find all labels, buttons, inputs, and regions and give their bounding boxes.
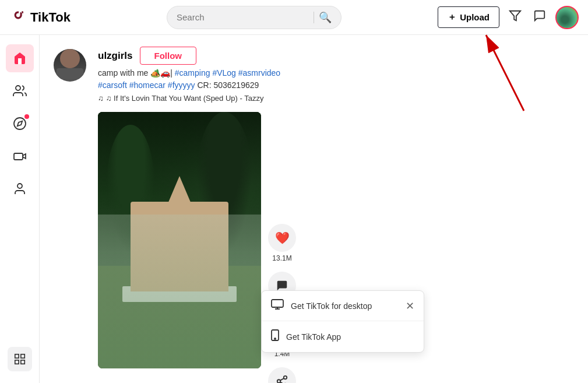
svg-rect-8 [20, 354, 24, 358]
popup-app-row[interactable]: Get TikTok App [262, 321, 424, 352]
popup-desktop-row: Get TikTok for desktop ✕ [262, 291, 424, 321]
explore-dot [24, 114, 29, 119]
follow-button[interactable]: Follow [140, 47, 197, 65]
svg-rect-7 [15, 354, 18, 358]
desc-text: camp with me 🏕️🚗| [98, 68, 175, 78]
header-left: TikTok [9, 7, 71, 27]
like-count: 13.1M [272, 254, 291, 262]
user-avatar-header[interactable] [555, 6, 579, 29]
music-icon: ♫ [98, 94, 104, 103]
music-text[interactable]: ♫ If It's Lovin That You Want (Sped Up) … [106, 94, 264, 103]
svg-rect-16 [272, 300, 283, 307]
sidebar [0, 35, 40, 383]
like-action: ❤️ 13.1M [268, 224, 296, 262]
like-button[interactable]: ❤️ [268, 224, 296, 252]
sidebar-item-live[interactable] [6, 142, 34, 170]
popup-desktop-text: Get TikTok for desktop [291, 301, 399, 311]
share-button[interactable] [268, 367, 296, 383]
credit-text: CR: 5036219629 [197, 80, 259, 90]
filter-icon-button[interactable] [506, 7, 524, 27]
desktop-popup: Get TikTok for desktop ✕ Get TikTok App [261, 290, 424, 353]
upload-label: Upload [460, 12, 490, 22]
search-bar: 🔍 [167, 6, 341, 29]
svg-line-15 [280, 378, 284, 381]
main-content: ulzgirls Follow camp with me 🏕️🚗| #campi… [40, 35, 588, 383]
popup-app-text: Get TikTok App [286, 332, 414, 342]
svg-marker-1 [510, 11, 520, 21]
svg-point-11 [284, 376, 287, 380]
plus-icon: ＋ [448, 12, 456, 23]
header: TikTok 🔍 ＋ Upload [0, 0, 588, 35]
hashtag-camping[interactable]: #camping [175, 68, 210, 78]
video-description: camp with me 🏕️🚗| #camping #VLog #asmrvi… [98, 67, 574, 92]
sidebar-bottom-icon[interactable] [8, 347, 32, 371]
svg-marker-4 [17, 121, 22, 126]
header-right: ＋ Upload [438, 6, 579, 29]
video-player[interactable] [98, 112, 261, 368]
sidebar-item-profile[interactable] [6, 175, 34, 203]
svg-rect-5 [14, 153, 23, 160]
hashtag-asmrvideo[interactable]: #asmrvideo [238, 68, 280, 78]
svg-point-3 [14, 118, 26, 129]
svg-rect-9 [15, 360, 18, 364]
hashtag-carsoft[interactable]: #carsoft [98, 80, 127, 90]
hashtag-fyyyyy[interactable]: #fyyyyy [168, 80, 195, 90]
desktop-icon [271, 299, 284, 312]
username-row: ulzgirls Follow [98, 47, 574, 65]
music-line: ♫ ♫ If It's Lovin That You Want (Sped Up… [98, 94, 574, 103]
svg-point-12 [277, 380, 281, 383]
svg-point-2 [16, 86, 20, 90]
popup-close-button[interactable]: ✕ [406, 300, 414, 312]
tiktok-logo-text: TikTok [30, 10, 71, 25]
user-avatar[interactable] [54, 49, 86, 82]
avatar-outline[interactable] [555, 6, 579, 29]
share-action [268, 367, 296, 383]
svg-rect-0 [9, 7, 26, 23]
message-icon-button[interactable] [531, 7, 548, 27]
sidebar-item-friends[interactable] [6, 77, 34, 105]
mobile-icon [271, 329, 279, 344]
svg-point-6 [17, 184, 22, 188]
hashtag-homecar[interactable]: #homecar [129, 80, 166, 90]
svg-rect-10 [20, 360, 24, 364]
username[interactable]: ulzgirls [98, 50, 133, 62]
sidebar-item-explore[interactable] [6, 110, 34, 138]
search-button[interactable]: 🔍 [319, 11, 332, 24]
upload-button[interactable]: ＋ Upload [438, 6, 499, 28]
sidebar-item-home[interactable] [6, 44, 34, 72]
hashtag-vlog[interactable]: #VLog [212, 68, 235, 78]
tiktok-logo-icon [9, 7, 26, 27]
search-divider [314, 12, 314, 23]
video-section: ulzgirls Follow camp with me 🏕️🚗| #campi… [98, 47, 574, 383]
svg-point-18 [274, 338, 276, 339]
search-input[interactable] [177, 12, 309, 22]
